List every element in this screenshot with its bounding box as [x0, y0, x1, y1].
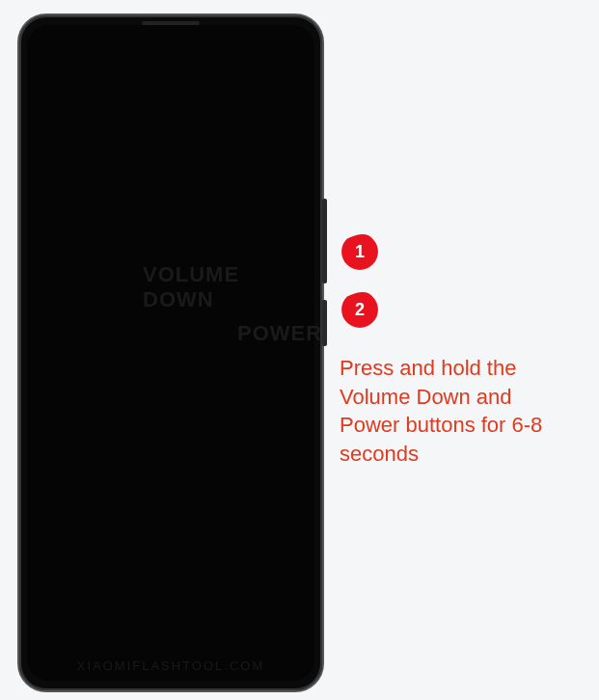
marker-1: 1	[340, 231, 380, 272]
power-button-side	[322, 300, 327, 346]
marker-2: 2	[340, 289, 380, 330]
watermark-text: XIAOMIFLASHTOOL.COM	[77, 659, 265, 673]
marker-2-number: 2	[355, 300, 365, 320]
volume-down-label: VOLUME DOWN	[143, 262, 314, 312]
phone-frame: VOLUME DOWN POWER XIAOMIFLASHTOOL.COM	[17, 13, 324, 692]
marker-1-number: 1	[355, 242, 365, 262]
instruction-text: Press and hold the Volume Down and Power…	[340, 354, 561, 469]
volume-button-side	[322, 199, 327, 283]
power-label: POWER	[237, 321, 322, 346]
phone-screen: VOLUME DOWN POWER XIAOMIFLASHTOOL.COM	[27, 25, 314, 681]
